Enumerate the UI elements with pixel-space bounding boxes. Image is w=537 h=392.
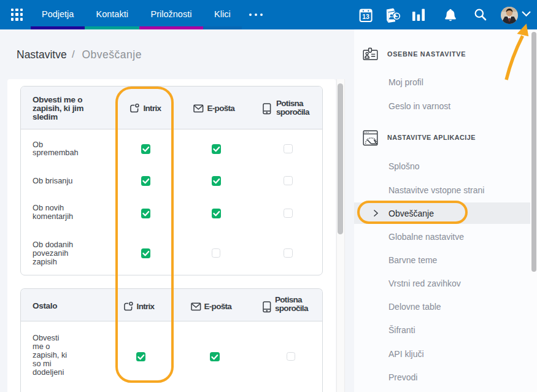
svg-text:13: 13 <box>362 13 369 20</box>
